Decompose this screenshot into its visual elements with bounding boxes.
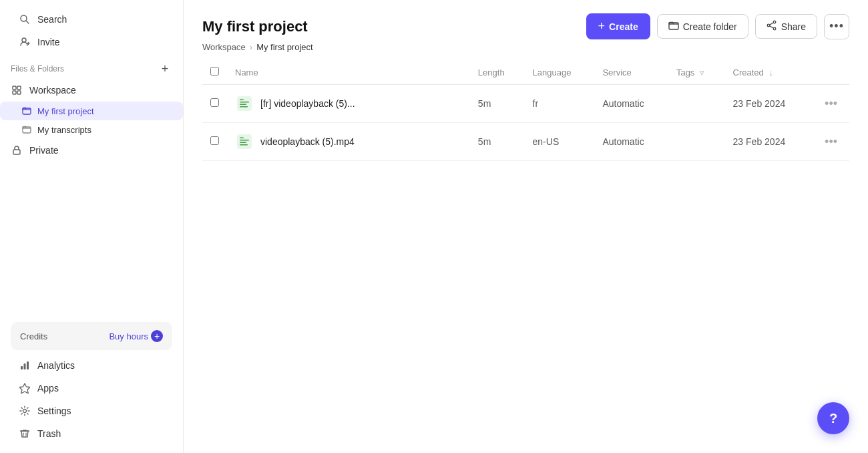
row-length: 5m — [470, 123, 525, 161]
row-menu-cell[interactable]: ••• — [813, 85, 849, 123]
svg-rect-11 — [13, 150, 20, 154]
analytics-label: Analytics — [37, 360, 75, 371]
create-folder-button[interactable]: Create folder — [657, 14, 748, 39]
table-row: videoplayback (5).mp4 5m en-US Automatic… — [202, 123, 849, 161]
breadcrumb-workspace[interactable]: Workspace — [202, 42, 246, 52]
col-actions — [813, 60, 849, 85]
settings-label: Settings — [37, 406, 71, 416]
share-icon — [767, 20, 777, 33]
sidebar-item-invite[interactable]: Invite — [8, 31, 175, 53]
file-type-icon — [235, 132, 254, 151]
svg-rect-12 — [21, 366, 23, 369]
sort-icon: ↓ — [769, 67, 773, 78]
svg-rect-28 — [240, 104, 246, 106]
sidebar-item-my-transcripts[interactable]: My transcripts — [0, 120, 183, 139]
svg-rect-29 — [240, 106, 248, 108]
main-content: My first project + Create Create folder — [184, 0, 868, 453]
row-checkbox-cell[interactable] — [202, 85, 227, 123]
row-menu-cell[interactable]: ••• — [813, 123, 849, 161]
page-title: My first project — [202, 18, 308, 35]
create-folder-icon — [668, 20, 679, 33]
my-first-project-label: My first project — [37, 106, 94, 116]
col-service[interactable]: Service — [594, 60, 668, 85]
svg-rect-35 — [240, 138, 244, 139]
sidebar-item-analytics[interactable]: Analytics — [8, 354, 175, 377]
row-menu-button[interactable]: ••• — [821, 96, 841, 112]
col-name[interactable]: Name — [227, 60, 470, 85]
page-header: My first project + Create Create folder — [184, 0, 868, 60]
sidebar-item-search[interactable]: Search — [8, 8, 175, 31]
sidebar-invite-label: Invite — [37, 37, 59, 47]
create-plus-icon: + — [598, 19, 606, 33]
folder-transcripts-icon — [21, 124, 32, 135]
svg-rect-8 — [17, 91, 21, 94]
files-table: Name Length Language Service Tags ▿ — [202, 60, 849, 161]
breadcrumb-separator: › — [250, 42, 252, 52]
svg-rect-27 — [240, 102, 249, 103]
chat-fab-button[interactable]: ? — [817, 402, 849, 434]
sidebar-item-my-first-project[interactable]: My first project — [0, 102, 183, 120]
sidebar: Search Invite Files & Folders + Workspac… — [0, 0, 184, 453]
plus-circle-icon: + — [151, 330, 163, 342]
table-row: [fr] videoplayback (5)... 5m fr Automati… — [202, 85, 849, 123]
add-files-button[interactable]: + — [158, 61, 172, 76]
row-tags — [668, 123, 725, 161]
row-tags — [668, 85, 725, 123]
svg-rect-6 — [17, 86, 21, 90]
row-service: Automatic — [594, 85, 668, 123]
create-button[interactable]: + Create — [586, 13, 650, 39]
table-body: [fr] videoplayback (5)... 5m fr Automati… — [202, 85, 849, 161]
col-tags[interactable]: Tags ▿ — [668, 60, 725, 85]
workspace-label: Workspace — [29, 85, 76, 96]
header-actions: + Create Create folder Share ••• — [586, 13, 849, 39]
select-all-checkbox[interactable] — [210, 67, 219, 76]
credits-box: Credits Buy hours + — [11, 322, 172, 350]
share-button[interactable]: Share — [755, 14, 817, 39]
trash-icon — [19, 428, 31, 440]
svg-rect-34 — [240, 144, 248, 146]
col-language[interactable]: Language — [525, 60, 595, 85]
row-checkbox-cell[interactable] — [202, 123, 227, 161]
breadcrumb-current: My first project — [256, 42, 313, 52]
private-label: Private — [29, 145, 59, 156]
buy-hours-button[interactable]: Buy hours + — [109, 330, 163, 342]
svg-point-22 — [773, 27, 776, 30]
svg-rect-26 — [237, 96, 252, 111]
col-created[interactable]: Created ↓ — [725, 60, 813, 85]
svg-point-16 — [23, 410, 27, 413]
table-header-row: Name Length Language Service Tags ▿ — [202, 60, 849, 85]
trash-label: Trash — [37, 428, 61, 439]
credits-label: Credits — [20, 331, 47, 341]
row-menu-button[interactable]: ••• — [821, 134, 841, 150]
invite-icon — [19, 36, 31, 48]
more-options-button[interactable]: ••• — [824, 14, 849, 39]
sidebar-item-trash[interactable]: Trash — [8, 422, 175, 445]
svg-point-2 — [22, 38, 26, 42]
svg-rect-33 — [240, 142, 246, 144]
files-folders-section: Files & Folders + — [0, 53, 183, 79]
svg-line-24 — [769, 23, 773, 25]
row-length: 5m — [470, 85, 525, 123]
sidebar-item-settings[interactable]: Settings — [8, 400, 175, 422]
sidebar-search-label: Search — [37, 14, 67, 25]
filter-icon: ▿ — [700, 67, 704, 78]
row-name-cell: [fr] videoplayback (5)... — [227, 85, 470, 123]
row-checkbox[interactable] — [210, 98, 219, 107]
svg-rect-13 — [24, 363, 26, 369]
svg-line-25 — [769, 26, 773, 28]
search-icon — [19, 13, 31, 25]
svg-rect-31 — [237, 134, 252, 149]
svg-rect-30 — [240, 100, 244, 101]
row-created: 23 Feb 2024 — [725, 123, 813, 161]
row-checkbox[interactable] — [210, 136, 219, 145]
svg-line-1 — [26, 21, 29, 23]
apps-label: Apps — [37, 383, 59, 394]
sidebar-item-apps[interactable]: Apps — [8, 377, 175, 400]
row-service: Automatic — [594, 123, 668, 161]
my-transcripts-label: My transcripts — [37, 125, 91, 135]
sidebar-item-private[interactable]: Private — [0, 139, 183, 162]
select-all-header[interactable] — [202, 60, 227, 85]
sidebar-item-workspace[interactable]: Workspace — [0, 79, 183, 102]
col-length[interactable]: Length — [470, 60, 525, 85]
row-language: en-US — [525, 123, 595, 161]
